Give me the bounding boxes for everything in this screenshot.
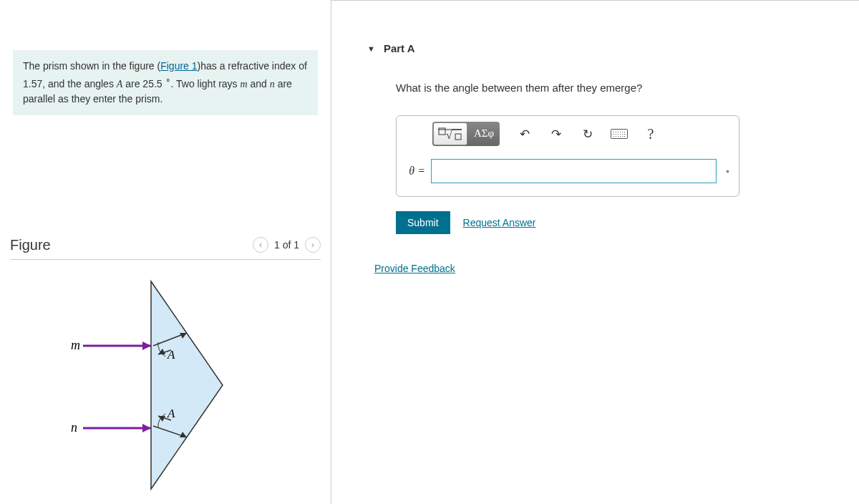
svg-rect-13 [439,128,445,135]
figure-link[interactable]: Figure 1 [160,60,197,72]
svg-text:√: √ [446,129,452,141]
figure-counter: 1 of 1 [274,239,299,251]
figure-title: Figure [10,237,51,253]
figure-prev-button[interactable]: ‹ [253,237,268,253]
redo-button[interactable]: ↷ [545,124,567,144]
keyboard-icon [611,129,628,139]
figure-diagram: m A n [10,274,321,496]
greek-button[interactable]: ΑΣφ [468,122,500,145]
svg-marker-0 [151,281,223,489]
help-button[interactable]: ? [640,124,661,144]
svg-marker-8 [142,424,151,432]
label-m: m [71,338,80,352]
reset-button[interactable]: ↻ [577,124,598,144]
degree-symbol: ∘ [165,75,171,84]
request-answer-link[interactable]: Request Answer [463,217,536,228]
ray-n: n [270,79,275,89]
part-collapse-icon[interactable]: ▼ [367,44,375,53]
part-title: Part A [384,42,415,54]
problem-text-3: are 25.5 [122,78,165,89]
label-A-bottom: A [167,407,175,420]
undo-button[interactable]: ↶ [514,124,535,144]
svg-rect-14 [455,134,461,140]
problem-text-and: and [248,78,270,89]
unit-degree: ∘ [725,167,730,176]
label-A-top: A [167,348,175,362]
figure-next-button[interactable]: › [305,237,321,253]
templates-button[interactable]: √ [433,122,467,145]
answer-block: √ ΑΣφ ↶ ↷ ↻ ? θ = [396,115,739,197]
question-text: What is the angle between them after the… [353,82,838,94]
ray-m: m [241,79,248,89]
problem-text-4: . Two light rays [171,78,241,89]
format-toolgroup: √ ΑΣφ [432,122,500,146]
theta-label: θ = [405,165,425,178]
answer-input[interactable] [431,159,717,183]
svg-marker-2 [142,341,151,350]
submit-button[interactable]: Submit [396,211,450,234]
problem-text-1: The prism shown in the figure ( [23,60,160,72]
label-n: n [71,420,77,435]
problem-statement: The prism shown in the figure (Figure 1)… [13,50,318,115]
provide-feedback-link[interactable]: Provide Feedback [374,263,455,274]
keyboard-button[interactable] [608,124,630,144]
